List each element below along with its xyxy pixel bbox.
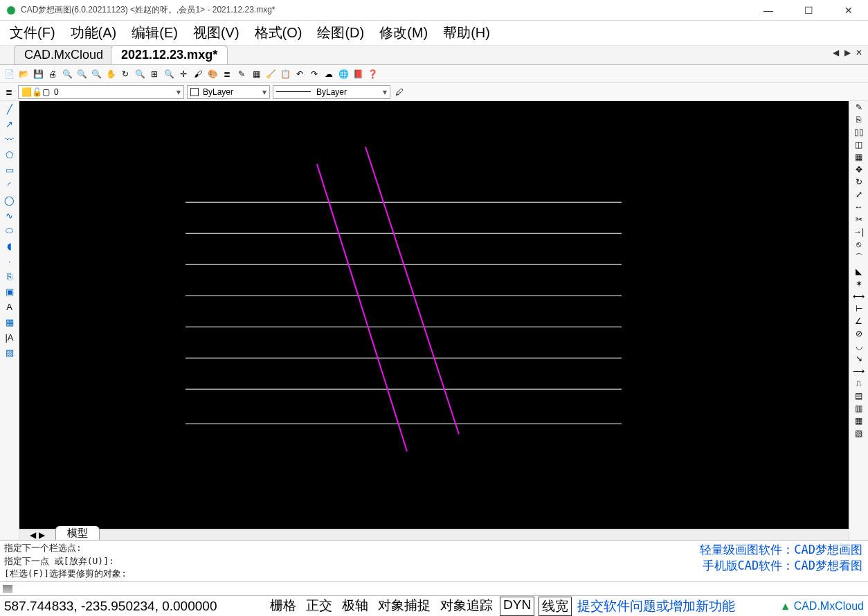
print-icon[interactable]: 🖨 bbox=[46, 68, 59, 80]
open-icon[interactable]: 📂 bbox=[17, 68, 30, 80]
ellipsearc-icon[interactable]: ◖ bbox=[3, 239, 17, 252]
erase2-icon[interactable]: ✎ bbox=[856, 102, 862, 112]
xline-icon[interactable]: ↗ bbox=[3, 118, 17, 130]
clip2-icon[interactable]: ▥ bbox=[855, 404, 862, 413]
block-icon[interactable]: ▦ bbox=[250, 68, 262, 80]
menu-edit[interactable]: 编辑(E) bbox=[129, 22, 181, 44]
polyline-icon[interactable]: 〰 bbox=[3, 133, 17, 145]
help-icon[interactable]: ❓ bbox=[366, 68, 379, 80]
spline-icon[interactable]: ∿ bbox=[3, 209, 17, 221]
tab-controls[interactable]: ◀ ▶ ✕ bbox=[833, 48, 864, 57]
pan-icon[interactable]: ✋ bbox=[105, 68, 117, 80]
toggle-dyn[interactable]: DYN bbox=[500, 597, 534, 616]
cursor-icon[interactable]: ✛ bbox=[177, 68, 190, 80]
cloud-icon[interactable]: ☁ bbox=[323, 68, 335, 80]
dim6-icon[interactable]: ↘ bbox=[856, 354, 862, 363]
menu-format[interactable]: 格式(O) bbox=[252, 22, 305, 44]
toggle-lwt[interactable]: 线宽 bbox=[539, 597, 572, 616]
regen-icon[interactable]: ↻ bbox=[119, 68, 132, 80]
block2-icon[interactable]: ▣ bbox=[3, 285, 17, 298]
menu-help[interactable]: 帮助(H) bbox=[440, 22, 493, 44]
point-icon[interactable]: · bbox=[3, 255, 17, 267]
redo-icon[interactable]: ↷ bbox=[308, 68, 320, 80]
zoomwin-icon[interactable]: 🔍 bbox=[134, 68, 146, 80]
array-icon[interactable]: ▦ bbox=[855, 152, 862, 162]
dim2-icon[interactable]: ⊢ bbox=[856, 304, 862, 314]
dim7-icon[interactable]: ⟶ bbox=[853, 366, 865, 376]
palette-icon[interactable]: 🎨 bbox=[206, 68, 219, 80]
explode-icon[interactable]: ✶ bbox=[856, 279, 862, 289]
rectangle-icon[interactable]: ▭ bbox=[3, 163, 17, 176]
erase-icon[interactable]: 🧹 bbox=[264, 68, 277, 80]
polygon-icon[interactable]: ⬠ bbox=[3, 148, 17, 161]
extend-icon[interactable]: →| bbox=[853, 227, 864, 237]
toggle-grid[interactable]: 栅格 bbox=[267, 597, 299, 616]
menu-file[interactable]: 文件(F) bbox=[7, 22, 58, 44]
zoomall-icon[interactable]: ⊞ bbox=[148, 68, 161, 80]
maximize-button[interactable]: ☐ bbox=[795, 5, 822, 16]
zoom-icon[interactable]: 🔍 bbox=[61, 68, 73, 80]
submit-link[interactable]: 提交软件问题或增加新功能 bbox=[577, 597, 735, 615]
mtext-icon[interactable]: ▦ bbox=[3, 316, 17, 328]
copy-icon[interactable]: 📋 bbox=[279, 68, 291, 80]
zoomout-icon[interactable]: 🔍 bbox=[90, 68, 102, 80]
dim3-icon[interactable]: ∠ bbox=[855, 316, 862, 326]
mob-link[interactable]: CAD梦想看图 bbox=[794, 559, 862, 572]
clip1-icon[interactable]: ▤ bbox=[855, 391, 862, 401]
tab-cloud[interactable]: CAD.MxCloud bbox=[14, 45, 114, 64]
new-icon[interactable]: 📄 bbox=[3, 68, 15, 80]
fillet-icon[interactable]: ⌒ bbox=[855, 252, 863, 264]
textv-icon[interactable]: |A bbox=[3, 331, 17, 343]
drawing-canvas[interactable]: Y X 20 140 0 60 bbox=[19, 101, 849, 529]
text-icon[interactable]: A bbox=[3, 300, 17, 313]
dim4-icon[interactable]: ⊘ bbox=[856, 329, 862, 338]
menu-modify[interactable]: 修改(M) bbox=[377, 22, 431, 44]
brush-icon[interactable]: 🖌 bbox=[192, 68, 204, 80]
mirror-icon[interactable]: ▯▯ bbox=[854, 127, 864, 137]
scale-icon[interactable]: ⤢ bbox=[856, 190, 862, 199]
move-icon[interactable]: ✥ bbox=[856, 165, 862, 174]
arc-icon[interactable]: ◜ bbox=[3, 179, 17, 191]
break-icon[interactable]: ⎋ bbox=[856, 239, 861, 249]
layers-icon[interactable]: ≣ bbox=[221, 68, 233, 80]
matchprop-icon[interactable]: 🖊 bbox=[393, 86, 406, 98]
linetype-combo[interactable]: ByLayer bbox=[273, 85, 390, 99]
dim5-icon[interactable]: ◡ bbox=[856, 341, 862, 351]
circle-icon[interactable]: ◯ bbox=[3, 194, 17, 206]
hatch-icon[interactable]: ▨ bbox=[3, 346, 17, 359]
trim-icon[interactable]: ✂ bbox=[856, 215, 862, 224]
style-icon[interactable]: ✎ bbox=[235, 68, 248, 80]
ellipse-icon[interactable]: ⬭ bbox=[3, 224, 17, 237]
pdf-icon[interactable]: 📕 bbox=[352, 68, 364, 80]
tab-current[interactable]: 2021.12.23.mxg* bbox=[111, 45, 228, 64]
menu-func[interactable]: 功能(A) bbox=[68, 22, 120, 44]
close-button[interactable]: ✕ bbox=[835, 5, 862, 16]
insert-icon[interactable]: ⎘ bbox=[3, 270, 17, 282]
dim8-icon[interactable]: ⎍ bbox=[856, 379, 861, 388]
toggle-osnap[interactable]: 对象捕捉 bbox=[375, 597, 433, 616]
model-tab[interactable]: 模型 bbox=[55, 526, 100, 541]
color-combo[interactable]: ByLayer bbox=[187, 85, 270, 99]
layout-nav[interactable]: ◀ ▶ bbox=[19, 530, 55, 540]
line-icon[interactable]: ╱ bbox=[3, 102, 17, 115]
lite-link[interactable]: CAD梦想画图 bbox=[794, 543, 862, 556]
toggle-polar[interactable]: 极轴 bbox=[339, 597, 371, 616]
minimize-button[interactable]: — bbox=[754, 5, 782, 16]
stretch-icon[interactable]: ↔ bbox=[855, 202, 863, 212]
zoomin-icon[interactable]: 🔍 bbox=[75, 68, 88, 80]
save-icon[interactable]: 💾 bbox=[32, 68, 44, 80]
command-input[interactable] bbox=[15, 583, 865, 594]
dim1-icon[interactable]: ⟷ bbox=[853, 291, 865, 301]
offset-icon[interactable]: ◫ bbox=[855, 140, 862, 150]
menu-draw[interactable]: 绘图(D) bbox=[314, 22, 367, 44]
toggle-otrack[interactable]: 对象追踪 bbox=[437, 597, 496, 616]
web-icon[interactable]: 🌐 bbox=[337, 68, 350, 80]
toggle-ortho[interactable]: 正交 bbox=[303, 597, 335, 616]
rotate-icon[interactable]: ↻ bbox=[856, 177, 862, 187]
zoomext-icon[interactable]: 🔍 bbox=[163, 68, 175, 80]
layer-combo[interactable]: 🟨🔓▢ 0 bbox=[18, 85, 184, 99]
menu-view[interactable]: 视图(V) bbox=[190, 22, 242, 44]
chamfer-icon[interactable]: ◣ bbox=[856, 266, 862, 276]
copy2-icon[interactable]: ⎘ bbox=[856, 115, 861, 125]
layermgr-icon[interactable]: ≣ bbox=[3, 86, 15, 98]
